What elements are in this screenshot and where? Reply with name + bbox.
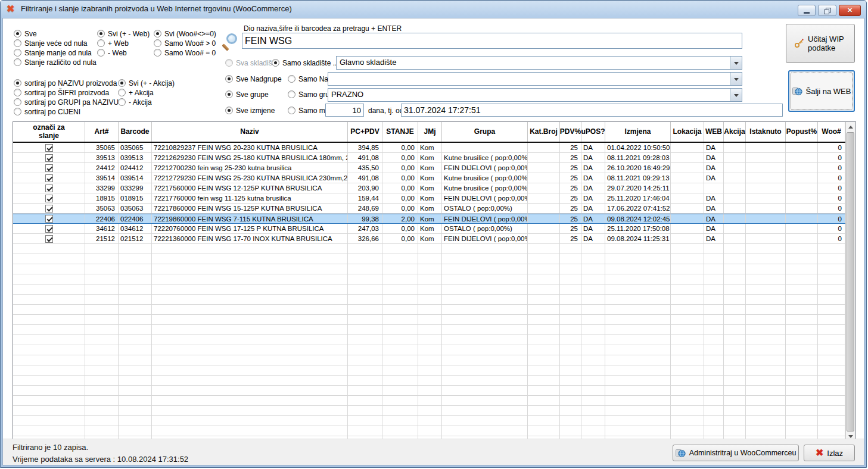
load-wip-button[interactable]: Učitaj WIP podatke	[786, 24, 855, 63]
table-row-empty	[13, 416, 845, 426]
row-checkbox[interactable]	[45, 144, 53, 152]
radio-stock-manje[interactable]: Stanje manje od nula	[14, 48, 92, 57]
exit-button[interactable]: ✖ Izlaz	[804, 445, 855, 461]
column-header-stanje[interactable]: STANJE	[382, 122, 418, 142]
row-checkbox[interactable]	[45, 185, 53, 192]
radio-stock-vece[interactable]: Stanje veće od nula	[14, 39, 87, 48]
cell-barcode	[119, 406, 152, 415]
radio-stock-sve[interactable]: Sve	[14, 29, 37, 38]
column-header-grupa[interactable]: Grupa	[442, 122, 528, 142]
table-row[interactable]: 2151202151272221360000 FEIN WSG 17-70 IN…	[13, 234, 845, 244]
radio-web-svi[interactable]: Svi (+ - Web)	[97, 29, 150, 38]
table-row[interactable]: 3506503506572210829237 FEIN WSG 20-230 K…	[13, 143, 845, 153]
radio-akcija-minus[interactable]: - Akcija	[118, 98, 152, 107]
vertical-scrollbar[interactable]	[845, 122, 855, 442]
radio-woo-gt0[interactable]: Samo Woo# > 0	[154, 39, 216, 48]
cell-pdv: 25	[560, 214, 581, 223]
table-row-empty	[13, 295, 845, 305]
scroll-up-button[interactable]	[846, 122, 855, 132]
admin-woocommerce-button[interactable]: Administritraj u WooCommerceu	[673, 445, 799, 461]
cell-akcija	[724, 244, 746, 254]
column-header-woo[interactable]: Woo#	[818, 122, 845, 142]
radio-warehouse-only[interactable]: Samo skladište ...	[272, 58, 339, 67]
radio-stock-razlicito[interactable]: Stanje različito od nula	[14, 58, 97, 67]
table-row[interactable]: 2240602240672219860000 FEIN WSG 7-115 KU…	[13, 214, 845, 224]
chevron-down-icon[interactable]	[730, 57, 742, 69]
search-input[interactable]	[242, 33, 742, 49]
cell-kat	[528, 365, 560, 375]
radio-sort-sifra[interactable]: sortiraj po ŠIFRI proizvoda	[14, 88, 109, 97]
table-row[interactable]: 3951303951372212629230 FEIN WSG 25-180 K…	[13, 153, 845, 163]
chevron-down-icon[interactable]	[730, 89, 742, 101]
radio-changes-all[interactable]: Sve izmjene	[225, 106, 275, 115]
warehouse-combobox[interactable]: Glavno skladište	[336, 56, 742, 70]
cell-popust	[786, 274, 818, 284]
column-header-jmj[interactable]: JMj	[418, 122, 442, 142]
column-header-pc[interactable]: PC+PDV	[348, 122, 382, 142]
radio-sort-naziv[interactable]: sortiraj po NAZIVU proizvoda	[14, 79, 117, 87]
chevron-down-icon[interactable]	[730, 73, 742, 85]
table-row[interactable]: 3329903329972217560000 FEIN WSG 12-125P …	[13, 183, 845, 193]
radio-woo-eq0[interactable]: Samo Woo# = 0	[154, 48, 216, 57]
column-header-izmjena[interactable]: Izmjena	[605, 122, 671, 142]
column-header-web[interactable]: WEB	[704, 122, 724, 142]
row-checkbox[interactable]	[45, 235, 53, 243]
column-header-kat[interactable]: Kat.Broj	[528, 122, 560, 142]
radio-web-minus[interactable]: - Web	[97, 48, 127, 57]
column-header-art[interactable]: Art#	[85, 122, 119, 142]
minimize-button[interactable]	[798, 5, 816, 16]
cell-pdv	[560, 386, 581, 395]
cell-grupa: FEIN DIJELOVI ( pop:0,00%)	[442, 234, 528, 243]
table-row[interactable]: 3951403951472212729230 FEIN WSG 25-230 K…	[13, 173, 845, 183]
cell-ist	[746, 173, 786, 183]
cell-akcija	[724, 284, 746, 294]
date-from-input[interactable]	[401, 104, 783, 117]
cell-art	[85, 396, 119, 405]
cell-ist	[746, 284, 786, 294]
table-row[interactable]: 1891501891572217760000 fein wsg 11-125 k…	[13, 193, 845, 204]
row-checkbox[interactable]	[45, 205, 53, 212]
cell-grupa	[442, 315, 528, 324]
column-header-barcode[interactable]: Barcode	[119, 122, 152, 142]
radio-warehouse-all[interactable]: Sva skladišta	[225, 58, 278, 67]
group-combobox[interactable]: PRAZNO	[328, 88, 742, 102]
column-header-check[interactable]: označi za slanje	[13, 122, 85, 142]
cell-pc: 247,03	[348, 224, 382, 233]
days-input[interactable]	[325, 104, 364, 117]
row-checkbox[interactable]	[45, 154, 53, 162]
row-checkbox[interactable]	[45, 195, 53, 202]
supergroup-combobox[interactable]	[328, 72, 742, 86]
radio-supergroup-all[interactable]: Sve Nadgrupe	[225, 74, 282, 83]
row-checkbox[interactable]	[45, 225, 53, 233]
column-header-naziv[interactable]: Naziv	[152, 122, 348, 142]
column-header-upos[interactable]: uPOS?	[581, 122, 605, 142]
column-header-popust[interactable]: Popust%	[786, 122, 818, 142]
close-button[interactable]: ✕	[839, 5, 861, 16]
row-checkbox[interactable]	[45, 215, 53, 223]
radio-akcija-svi[interactable]: Svi (+ - Akcija)	[118, 79, 175, 87]
cell-web: DA	[704, 224, 724, 233]
column-header-akcija[interactable]: Akcija	[724, 122, 746, 142]
table-row[interactable]: 3461203461272220760000 FEIN WSG 17-125 P…	[13, 224, 845, 234]
column-header-lok[interactable]: Lokacija	[671, 122, 704, 142]
radio-group-all[interactable]: Sve grupe	[225, 90, 269, 99]
radio-akcija-plus[interactable]: + Akcija	[118, 88, 154, 97]
column-header-ist[interactable]: Istaknuto	[746, 122, 786, 142]
cell-naziv	[152, 416, 348, 426]
row-checkbox[interactable]	[45, 164, 53, 172]
cell-naziv: 72221360000 FEIN WSG 17-70 INOX KUTNA BR…	[152, 234, 348, 243]
radio-sort-grupa[interactable]: sortiraj po GRUPI pa NAZIVU	[14, 98, 119, 107]
restore-button[interactable]	[818, 5, 836, 16]
cell-stanje	[382, 386, 418, 395]
table-row-empty	[13, 406, 845, 416]
row-checkbox[interactable]	[45, 174, 53, 182]
column-header-pdv[interactable]: PDV%	[560, 122, 581, 142]
radio-sort-cijena[interactable]: sortiraj po CIJENI	[14, 107, 80, 116]
table-row[interactable]: 2441202441272212700230 fein wsg 25-230 k…	[13, 163, 845, 173]
send-to-web-button[interactable]: Šalji na WEB	[788, 70, 855, 112]
scrollbar-thumb[interactable]	[847, 132, 854, 432]
table-row[interactable]: 3506303506372217860000 FEIN WSG 15-125P …	[13, 204, 845, 214]
cell-akcija	[724, 193, 746, 203]
radio-web-plus[interactable]: + Web	[97, 39, 129, 48]
radio-woo-svi[interactable]: Svi (Woo#<>=0)	[154, 29, 216, 38]
